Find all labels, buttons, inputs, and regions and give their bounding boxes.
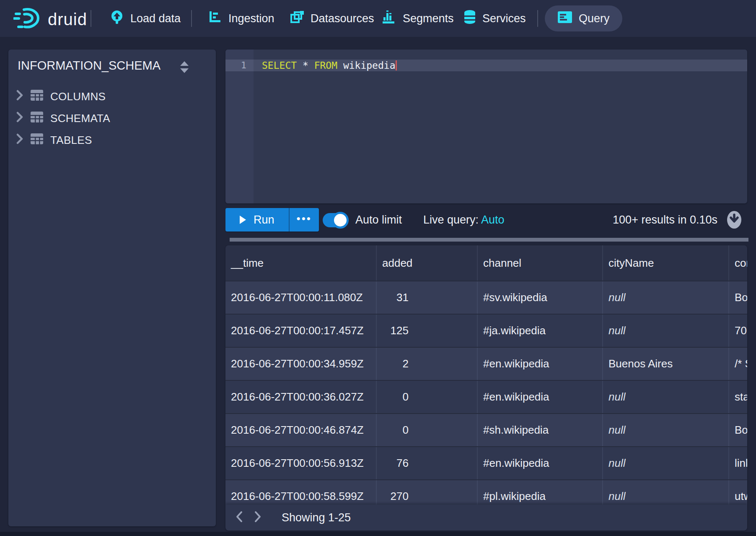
cell-comment[interactable]: sta — [729, 381, 747, 413]
live-query-value[interactable]: Auto — [481, 213, 505, 226]
auto-limit-label: Auto limit — [355, 208, 402, 232]
table-grid-icon — [30, 111, 44, 126]
schema-title: INFORMATION_SCHEMA — [18, 59, 161, 73]
upload-icon — [110, 10, 124, 28]
showing-label: Showing 1-25 — [282, 511, 351, 524]
navbar: druid Load data — [0, 0, 756, 37]
sql-keyword: SELECT — [262, 60, 297, 71]
download-button[interactable] — [725, 210, 743, 232]
cell-channel[interactable]: #en.wikipedia — [478, 381, 603, 413]
results-horizontal-scrollbar[interactable] — [230, 238, 748, 242]
cell-comment[interactable]: Bot — [729, 414, 747, 446]
schema-sidebar: INFORMATION_SCHEMA — [8, 49, 216, 526]
editor-gutter — [225, 49, 254, 203]
nav-item-label: Services — [482, 12, 526, 25]
sql-editor[interactable]: 1 SELECT * FROM wikipedia — [225, 49, 747, 203]
navbar-divider — [191, 10, 192, 27]
table-row: 2016-06-27T00:00:46.874Z 0 #sh.wikipedia… — [225, 413, 747, 446]
cell-channel[interactable]: #ja.wikipedia — [478, 315, 603, 347]
run-button[interactable]: Run — [225, 208, 289, 232]
nav-item-label: Load data — [130, 12, 181, 25]
nav-item-label: Query — [579, 12, 610, 25]
download-icon — [725, 224, 743, 231]
double-caret-icon — [179, 68, 190, 75]
nav-item-segments[interactable]: Segments — [382, 0, 454, 37]
nav-item-load-data[interactable]: Load data — [110, 0, 181, 37]
chevron-right-icon[interactable] — [16, 133, 23, 147]
cell-channel[interactable]: #sh.wikipedia — [478, 414, 603, 446]
next-page-button[interactable] — [253, 510, 262, 525]
cell-added[interactable]: 31 — [377, 281, 478, 314]
brand-text: druid — [48, 10, 87, 29]
chevron-right-icon[interactable] — [16, 90, 23, 104]
cell-time[interactable]: 2016-06-27T00:00:56.913Z — [225, 447, 377, 479]
table-header-row: __time added channel cityName comment — [225, 245, 747, 281]
nav-item-ingestion[interactable]: Ingestion — [209, 0, 274, 37]
cell-channel[interactable]: #sv.wikipedia — [478, 281, 603, 314]
cell-added[interactable]: 125 — [377, 315, 478, 347]
table-grid-icon — [30, 133, 44, 148]
tree-item-columns[interactable]: COLUMNS — [8, 86, 216, 107]
play-icon — [240, 216, 246, 224]
sql-text: wikipedia — [337, 60, 395, 71]
cell-time[interactable]: 2016-06-27T00:00:46.874Z — [225, 414, 377, 446]
schema-collapse-button[interactable] — [179, 60, 190, 75]
cell-time[interactable]: 2016-06-27T00:00:36.027Z — [225, 381, 377, 413]
cell-comment[interactable]: /* S — [729, 348, 747, 380]
druid-logo[interactable]: druid — [13, 7, 87, 32]
more-ellipsis-icon: ••• — [297, 212, 312, 225]
column-header-comment[interactable]: comment — [729, 245, 747, 281]
cell-added[interactable]: 2 — [377, 348, 478, 380]
nav-item-query[interactable]: Query — [545, 5, 622, 31]
column-header-cityname[interactable]: cityName — [603, 245, 729, 281]
cell-comment[interactable]: 70. — [729, 315, 747, 347]
cell-cityname[interactable]: Buenos Aires — [603, 348, 729, 380]
cell-time[interactable]: 2016-06-27T00:00:11.080Z — [225, 281, 377, 314]
table-row: 2016-06-27T00:00:36.027Z 0 #en.wikipedia… — [225, 380, 747, 413]
sql-keyword: FROM — [314, 60, 337, 71]
table-row: 2016-06-27T00:00:17.457Z 125 #ja.wikiped… — [225, 314, 747, 347]
cell-cityname[interactable]: null — [603, 281, 729, 314]
tree-item-tables[interactable]: TABLES — [8, 129, 216, 151]
live-query-label: Live query: — [423, 213, 479, 226]
cell-cityname[interactable]: null — [603, 447, 729, 479]
nav-item-label: Segments — [403, 12, 454, 25]
cell-cityname[interactable]: null — [603, 315, 729, 347]
nav-item-label: Datasources — [311, 12, 374, 25]
navbar-divider — [537, 10, 538, 27]
cell-comment[interactable]: Bot — [729, 281, 747, 314]
line-number: 1 — [225, 60, 246, 71]
bottom-strip — [0, 532, 756, 536]
column-header-time[interactable]: __time — [225, 245, 377, 281]
cell-cityname[interactable]: null — [603, 381, 729, 413]
druid-console: druid Load data — [0, 0, 756, 536]
nav-item-services[interactable]: Services — [463, 0, 526, 37]
auto-limit-toggle[interactable] — [323, 213, 348, 227]
nav-item-label: Ingestion — [228, 12, 274, 25]
column-header-added[interactable]: added — [377, 245, 478, 281]
run-more-button[interactable]: ••• — [289, 208, 319, 232]
results-table: __time added channel cityName comment 20… — [225, 245, 747, 531]
cell-added[interactable]: 76 — [377, 447, 478, 479]
cell-comment[interactable]: link — [729, 447, 747, 479]
druid-logo-icon — [13, 7, 40, 32]
cell-added[interactable]: 0 — [377, 381, 478, 413]
cell-channel[interactable]: #en.wikipedia — [478, 348, 603, 380]
table-body: 2016-06-27T00:00:11.080Z 31 #sv.wikipedi… — [225, 281, 747, 513]
datasources-icon — [290, 10, 304, 27]
cell-time[interactable]: 2016-06-27T00:00:34.959Z — [225, 348, 377, 380]
nav-item-datasources[interactable]: Datasources — [290, 0, 374, 37]
column-header-channel[interactable]: channel — [478, 245, 603, 281]
sql-query-text[interactable]: SELECT * FROM wikipedia — [262, 60, 397, 71]
prev-page-button[interactable] — [235, 510, 244, 525]
cell-added[interactable]: 0 — [377, 414, 478, 446]
table-grid-icon — [30, 89, 44, 104]
chevron-right-icon[interactable] — [16, 112, 23, 125]
cell-channel[interactable]: #en.wikipedia — [478, 447, 603, 479]
tree-item-schemata[interactable]: SCHEMATA — [8, 107, 216, 129]
table-row: 2016-06-27T00:00:11.080Z 31 #sv.wikipedi… — [225, 281, 747, 314]
cell-cityname[interactable]: null — [603, 414, 729, 446]
cell-time[interactable]: 2016-06-27T00:00:17.457Z — [225, 315, 377, 347]
navbar-divider — [91, 10, 91, 27]
toggle-knob — [332, 212, 349, 229]
